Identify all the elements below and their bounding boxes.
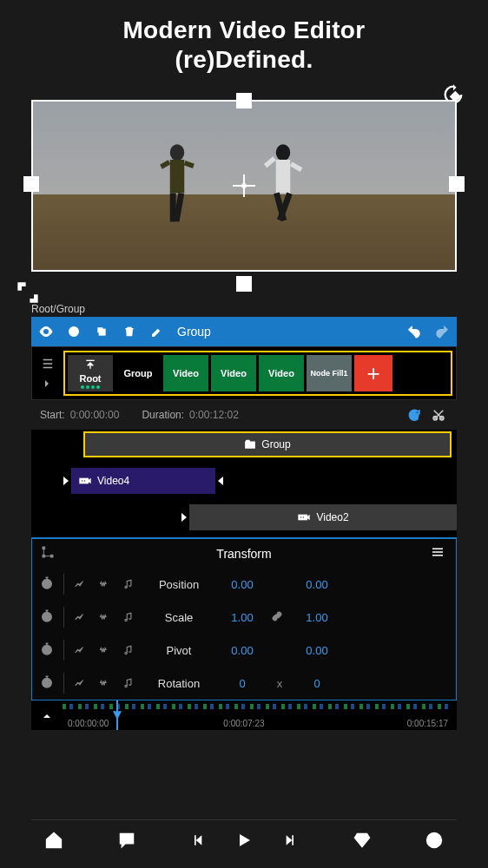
music-icon[interactable] [120, 644, 137, 656]
cut-icon[interactable] [429, 405, 448, 424]
transform-panel: Transform Position 0.00 0.00 Scale 1.00 … [31, 537, 457, 700]
duration-value[interactable]: 0:00:12:02 [189, 409, 239, 421]
delete-icon[interactable] [122, 324, 137, 339]
thumb-group[interactable]: Group [115, 355, 161, 391]
start-label: Start: [40, 409, 65, 421]
thumb-video-2[interactable]: Video [211, 355, 256, 391]
track-video2[interactable]: Video2 [179, 504, 457, 530]
svg-point-22 [303, 517, 304, 518]
graph-icon[interactable] [71, 611, 89, 623]
toolbar-blue: Group [31, 317, 457, 346]
home-icon[interactable] [40, 826, 68, 854]
resize-handle-top[interactable] [236, 93, 252, 108]
resize-handle-right[interactable] [449, 176, 465, 192]
ruler-time-3: 0:00:15:17 [407, 719, 448, 728]
start-value[interactable]: 0:00:00:00 [70, 409, 120, 421]
copy-icon[interactable] [94, 324, 109, 339]
stopwatch-icon[interactable] [39, 674, 56, 693]
play-icon[interactable] [230, 826, 258, 854]
crop-icon[interactable] [16, 280, 40, 305]
resize-handle-bottom[interactable] [236, 276, 252, 292]
value-1[interactable]: 1.00 [221, 611, 264, 624]
list-icon[interactable] [40, 356, 56, 372]
thumb-nodefill[interactable]: Node Fill1 [307, 355, 352, 391]
x-label: x [271, 677, 288, 690]
thumb-video-3[interactable]: Video [259, 355, 304, 391]
stopwatch-icon[interactable] [39, 575, 56, 594]
ruler-time-2: 0:00:07:23 [223, 719, 264, 728]
undo-icon[interactable] [406, 324, 422, 339]
anchor-icon[interactable] [41, 545, 58, 562]
link-icon[interactable] [271, 610, 288, 625]
edit-icon[interactable] [149, 324, 165, 339]
svg-point-13 [69, 327, 79, 337]
svg-point-1 [170, 145, 185, 161]
value-1[interactable]: 0.00 [221, 644, 264, 657]
figure-1 [151, 141, 203, 236]
layer-sidebar [36, 351, 60, 396]
add-layer-button[interactable]: + [354, 355, 392, 391]
layer-row: Root Group Video Video Video Node Fill1 … [31, 346, 457, 400]
resize-handle-left[interactable] [23, 176, 39, 192]
transform-header: Transform [32, 539, 456, 568]
layer-strip: Root Group Video Video Video Node Fill1 … [63, 351, 452, 396]
reset-icon[interactable] [405, 405, 424, 424]
thumb-video-1[interactable]: Video [163, 355, 208, 391]
preview-content [33, 102, 455, 270]
circle-icon[interactable] [66, 324, 82, 339]
wiggle-icon[interactable] [96, 611, 113, 623]
transform-title: Transform [58, 547, 430, 561]
svg-point-7 [275, 145, 290, 161]
stopwatch-icon[interactable] [39, 608, 56, 627]
root-tile[interactable]: Root [68, 355, 113, 391]
menu-icon[interactable] [430, 544, 447, 562]
music-icon[interactable] [120, 677, 137, 689]
track-video4-label: Video4 [97, 475, 129, 487]
redo-icon[interactable] [434, 324, 450, 339]
prop-label: Scale [144, 611, 214, 624]
diamond-icon[interactable] [348, 826, 376, 854]
graph-icon[interactable] [71, 677, 89, 689]
comment-icon[interactable] [113, 826, 141, 854]
track-group[interactable]: Group [83, 431, 452, 457]
value-2[interactable]: 0.00 [295, 644, 339, 657]
playback-controls [185, 826, 303, 854]
svg-point-19 [84, 481, 85, 482]
chevron-up-icon[interactable] [40, 709, 54, 725]
ruler-marks [63, 704, 448, 709]
stopwatch-icon[interactable] [39, 641, 56, 660]
music-icon[interactable] [120, 611, 137, 623]
visibility-icon[interactable] [38, 324, 54, 339]
clip-icon [297, 512, 311, 523]
svg-rect-9 [263, 157, 275, 168]
track-group-label: Group [261, 438, 290, 450]
graph-icon[interactable] [71, 578, 89, 590]
value-1[interactable]: 0 [221, 677, 264, 690]
ruler-time-1: 0:00:00:00 [68, 719, 109, 728]
value-1[interactable]: 0.00 [221, 578, 264, 591]
preview-frame[interactable] [31, 100, 457, 272]
svg-rect-4 [184, 161, 195, 168]
playhead[interactable] [116, 700, 118, 730]
wiggle-icon[interactable] [96, 578, 113, 590]
step-back-icon[interactable] [185, 826, 213, 854]
music-icon[interactable] [120, 578, 137, 590]
track-video2-label: Video2 [316, 511, 348, 523]
value-2[interactable]: 1.00 [295, 611, 339, 624]
step-forward-icon[interactable] [275, 826, 303, 854]
help-icon[interactable] [420, 826, 448, 854]
svg-rect-24 [43, 556, 45, 558]
chevron-right-icon[interactable] [40, 377, 56, 392]
track-video4[interactable]: Video4 [61, 468, 226, 494]
wiggle-icon[interactable] [96, 644, 113, 656]
track-area[interactable]: Group Video4 Video2 [31, 430, 457, 537]
svg-rect-23 [43, 547, 45, 549]
graph-icon[interactable] [71, 644, 89, 656]
breadcrumb: Root/Group [31, 303, 457, 315]
transform-row-position: Position 0.00 0.00 [32, 568, 456, 601]
wiggle-icon[interactable] [96, 677, 113, 689]
value-2[interactable]: 0.00 [295, 578, 339, 591]
prop-label: Rotation [144, 677, 214, 690]
value-2[interactable]: 0 [295, 677, 339, 690]
time-ruler[interactable]: 0:00:00:00 0:00:07:23 0:00:15:17 [31, 700, 457, 730]
